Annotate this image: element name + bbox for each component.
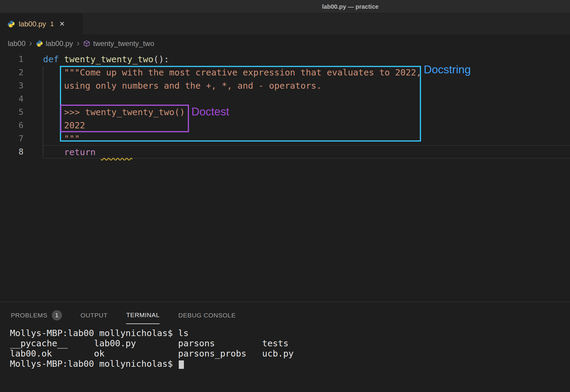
code-token xyxy=(43,107,64,117)
code-token: >>> twenty_twenty_two() xyxy=(64,107,185,117)
line-number[interactable]: 2 xyxy=(0,66,23,79)
terminal-prompt-line: Mollys-MBP:lab00 mollynicholas$ xyxy=(10,359,570,369)
panel-tab-label: TERMINAL xyxy=(126,311,160,319)
panel-tab-label: DEBUG CONSOLE xyxy=(178,312,236,319)
code-text: >>> twenty_twenty_two() xyxy=(43,106,570,119)
titlebar: lab00.py — practice xyxy=(0,0,570,13)
window-title: lab00.py — practice xyxy=(322,3,379,10)
code-text: """Come up with the most creative expres… xyxy=(43,66,570,79)
line-number[interactable]: 1 xyxy=(0,53,23,66)
tab-strip: lab00.py 1 ✕ xyxy=(0,13,570,35)
code-token: """ xyxy=(64,133,80,144)
python-icon xyxy=(36,40,43,47)
terminal[interactable]: Mollys-MBP:lab00 mollynicholas$ ls__pyca… xyxy=(10,328,570,369)
panel-tab-label: PROBLEMS xyxy=(11,312,48,319)
breadcrumb-label: lab00.py xyxy=(46,39,73,48)
code-text: def twenty_twenty_two(): xyxy=(43,53,570,66)
code-token: def xyxy=(43,54,59,64)
code-token xyxy=(43,120,64,130)
chevron-right-icon: › xyxy=(76,38,79,47)
code-token: 2022 xyxy=(64,120,85,130)
code-line-6[interactable]: 6 2022 xyxy=(0,119,570,132)
line-number[interactable]: 3 xyxy=(0,79,23,92)
terminal-line: Mollys-MBP:lab00 mollynicholas$ ls xyxy=(10,328,570,338)
breadcrumb-label: twenty_twenty_two xyxy=(93,39,154,48)
code-token xyxy=(96,147,101,157)
line-number[interactable]: 4 xyxy=(0,92,23,106)
code-text: return xyxy=(43,145,570,158)
code-text: 2022 xyxy=(43,119,570,132)
problems-count-badge: 1 xyxy=(52,310,62,320)
code-token: (): xyxy=(153,54,169,64)
breadcrumb-item-lab00-py[interactable]: lab00.py xyxy=(36,39,73,48)
terminal-line: lab00.ok ok parsons_probs ucb.py xyxy=(10,348,570,359)
tab-modified-badge: 1 xyxy=(50,20,54,28)
breadcrumb-item-lab00[interactable]: lab00 xyxy=(8,39,26,48)
code-line-2[interactable]: 2 """Come up with the most creative expr… xyxy=(0,66,570,79)
terminal-line: __pycache__ lab00.py parsons tests xyxy=(10,338,570,348)
panel-tab-terminal[interactable]: TERMINAL xyxy=(126,310,160,324)
code-token xyxy=(59,54,64,64)
code-token: using only numbers and the +, *, and - o… xyxy=(64,81,322,91)
close-icon[interactable]: ✕ xyxy=(59,20,65,28)
terminal-prompt: Mollys-MBP:lab00 mollynicholas$ xyxy=(10,359,178,369)
panel-tab-bar: PROBLEMS1OUTPUTTERMINALDEBUG CONSOLE xyxy=(11,302,236,324)
indent-guide xyxy=(43,66,43,157)
code-line-7[interactable]: 7 """ xyxy=(0,132,570,145)
docstring-annotation-label: Docstring xyxy=(424,63,471,76)
code-token xyxy=(43,67,64,78)
code-text xyxy=(43,92,570,106)
panel-tab-label: OUTPUT xyxy=(81,312,108,319)
doctest-annotation-label: Doctest xyxy=(191,106,229,118)
panel-tab-problems[interactable]: PROBLEMS1 xyxy=(11,310,62,324)
chevron-right-icon: › xyxy=(29,38,32,47)
code-token: return xyxy=(64,147,96,157)
line-number[interactable]: 5 xyxy=(0,106,23,119)
code-token xyxy=(43,133,64,144)
panel-tab-output[interactable]: OUTPUT xyxy=(81,310,108,324)
code-text: using only numbers and the +, *, and - o… xyxy=(43,79,570,92)
panel-tab-debug-console[interactable]: DEBUG CONSOLE xyxy=(178,310,236,324)
terminal-cursor xyxy=(179,360,184,369)
code-line-8[interactable]: 8 return xyxy=(0,145,570,158)
python-icon xyxy=(7,20,15,28)
code-line-5[interactable]: 5 >>> twenty_twenty_two() xyxy=(0,106,570,119)
code-editor[interactable]: 1def twenty_twenty_two():2 """Come up wi… xyxy=(0,53,570,302)
breadcrumb-label: lab00 xyxy=(8,39,26,48)
tab-lab00py[interactable]: lab00.py 1 ✕ xyxy=(0,13,84,35)
code-token: twenty_twenty_two xyxy=(64,54,153,64)
breadcrumb: lab00›lab00.py›twenty_twenty_two xyxy=(0,35,570,53)
code-line-1[interactable]: 1def twenty_twenty_two(): xyxy=(0,53,570,66)
code-token xyxy=(43,147,64,157)
line-number[interactable]: 7 xyxy=(0,132,23,145)
vscode-window: lab00.py — practice lab00.py 1 ✕ lab00›l… xyxy=(0,0,570,392)
symbol-cube-icon xyxy=(83,40,90,47)
line-number[interactable]: 6 xyxy=(0,119,23,132)
bottom-panel: PROBLEMS1OUTPUTTERMINALDEBUG CONSOLE Mol… xyxy=(0,302,570,392)
line-number[interactable]: 8 xyxy=(0,145,23,158)
breadcrumb-item-twenty-twenty-two[interactable]: twenty_twenty_two xyxy=(83,39,154,48)
code-token xyxy=(43,81,64,91)
code-line-4[interactable]: 4 xyxy=(0,92,570,106)
code-lines: 1def twenty_twenty_two():2 """Come up wi… xyxy=(0,53,570,158)
code-token: """Come up with the most creative expres… xyxy=(64,67,421,78)
tab-label: lab00.py xyxy=(19,20,46,28)
code-line-3[interactable]: 3 using only numbers and the +, *, and -… xyxy=(0,79,570,92)
warning-squiggle xyxy=(101,147,132,157)
code-text: """ xyxy=(43,132,570,145)
